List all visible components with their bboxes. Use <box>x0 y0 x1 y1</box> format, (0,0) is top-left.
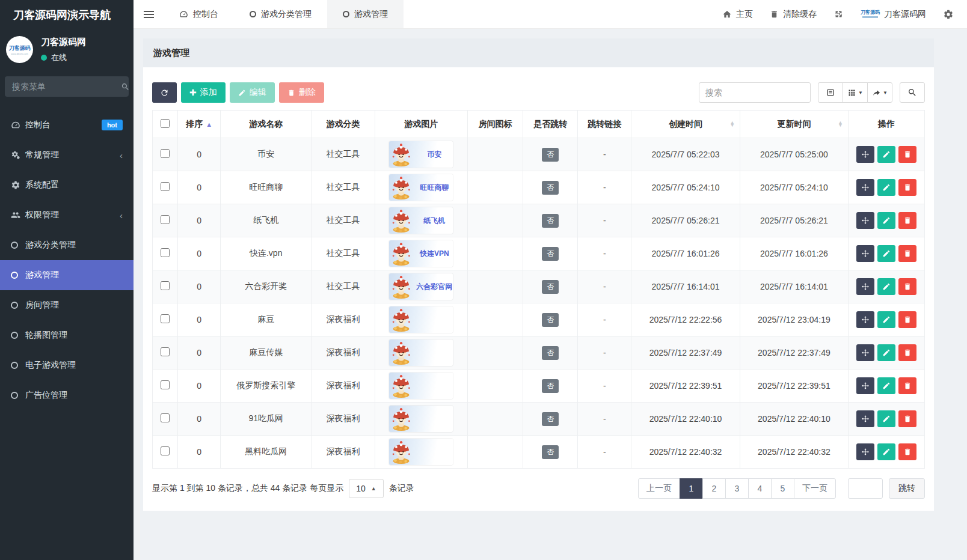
columns-button[interactable]: ▼ <box>843 82 868 103</box>
cell-category: 深夜福利 <box>312 336 375 370</box>
sidebar-item-轮播图管理[interactable]: 轮播图管理 <box>0 320 134 350</box>
tab-游戏管理[interactable]: 游戏管理 <box>327 0 404 28</box>
row-delete-button[interactable] <box>898 278 916 295</box>
page-jump-button[interactable]: 跳转 <box>889 478 925 499</box>
row-delete-button[interactable] <box>898 179 916 196</box>
search-icon <box>121 82 130 91</box>
row-edit-button[interactable] <box>877 146 895 163</box>
row-move-button[interactable] <box>856 212 874 229</box>
sidebar-item-控制台[interactable]: 控制台hot <box>0 110 134 140</box>
topbar-brand[interactable]: 刀客源码 刀客源码网 <box>861 9 926 20</box>
tab-游戏分类管理[interactable]: 游戏分类管理 <box>234 0 327 28</box>
row-edit-button[interactable] <box>877 311 895 328</box>
row-delete-button[interactable] <box>898 146 916 163</box>
sidebar-item-广告位管理[interactable]: 广告位管理 <box>0 380 134 410</box>
row-move-button[interactable] <box>856 410 874 427</box>
sidebar-item-权限管理[interactable]: 权限管理‹ <box>0 200 134 230</box>
column-header-sort[interactable]: 排序▲ <box>178 111 221 138</box>
column-header-created[interactable]: 创建时间▲▼ <box>631 111 740 138</box>
row-move-button[interactable] <box>856 311 874 328</box>
row-edit-button[interactable] <box>877 278 895 295</box>
sidebar-search-input[interactable] <box>12 82 121 91</box>
row-move-button[interactable] <box>856 146 874 163</box>
sidebar-item-label: 权限管理 <box>25 210 59 221</box>
clear-cache-link[interactable]: 清除缓存 <box>770 9 817 20</box>
row-delete-button[interactable] <box>898 410 916 427</box>
row-move-button[interactable] <box>856 245 874 262</box>
table-body: 0币安社交工具币安否-2025/7/7 05:22:032025/7/7 05:… <box>153 138 925 469</box>
page-button-2[interactable]: 2 <box>702 478 726 499</box>
sort-asc-icon: ▲ <box>206 121 212 128</box>
row-checkbox[interactable] <box>161 413 170 422</box>
table-row: 0快连.vpn社交工具快连VPN否-2025/7/7 16:01:262025/… <box>153 237 925 270</box>
row-move-button[interactable] <box>856 179 874 196</box>
search-button[interactable] <box>900 82 925 103</box>
row-checkbox[interactable] <box>161 347 170 356</box>
refresh-button[interactable] <box>152 82 177 103</box>
row-delete-button[interactable] <box>898 344 916 361</box>
row-delete-button[interactable] <box>898 245 916 262</box>
row-checkbox[interactable] <box>161 149 170 158</box>
page-button-3[interactable]: 3 <box>725 478 749 499</box>
add-button[interactable]: ✚添加 <box>181 82 226 103</box>
table-row: 0俄罗斯搜索引擎深夜福利否-2025/7/12 22:39:512025/7/1… <box>153 370 925 403</box>
row-checkbox[interactable] <box>161 314 170 323</box>
sidebar-item-电子游戏管理[interactable]: 电子游戏管理 <box>0 350 134 380</box>
row-checkbox[interactable] <box>161 182 170 191</box>
edit-button[interactable]: 编辑 <box>230 82 275 103</box>
row-checkbox[interactable] <box>161 248 170 257</box>
row-delete-button[interactable] <box>898 212 916 229</box>
games-table: 排序▲ 游戏名称 游戏分类 游戏图片 房间图标 是否跳转 跳转链接 创建时间▲▼… <box>152 110 925 469</box>
table-search-input[interactable] <box>699 82 811 103</box>
delete-button[interactable]: 删除 <box>279 82 324 103</box>
sidebar-item-label: 系统配置 <box>25 180 59 190</box>
row-checkbox[interactable] <box>161 380 170 389</box>
cell-jump-link: - <box>578 171 631 204</box>
row-checkbox[interactable] <box>161 215 170 224</box>
page-button-4[interactable]: 4 <box>748 478 772 499</box>
sidebar-item-游戏管理[interactable]: 游戏管理 <box>0 260 134 290</box>
page-size-dropdown[interactable]: 10 ▲ <box>349 479 384 498</box>
hamburger-menu-icon[interactable] <box>134 0 164 28</box>
row-edit-button[interactable] <box>877 179 895 196</box>
row-edit-button[interactable] <box>877 212 895 229</box>
row-move-button[interactable] <box>856 443 874 460</box>
row-move-button[interactable] <box>856 344 874 361</box>
row-delete-button[interactable] <box>898 443 916 460</box>
sidebar-item-房间管理[interactable]: 房间管理 <box>0 290 134 320</box>
fullscreen-button[interactable] <box>833 9 844 19</box>
cell-sort: 0 <box>178 171 221 204</box>
sidebar-item-label: 游戏管理 <box>25 270 59 281</box>
home-link[interactable]: 主页 <box>722 9 753 20</box>
sidebar-item-系统配置[interactable]: 系统配置 <box>0 170 134 200</box>
row-edit-button[interactable] <box>877 245 895 262</box>
row-edit-button[interactable] <box>877 410 895 427</box>
jump-status-badge: 否 <box>542 346 559 360</box>
page-jump-input[interactable] <box>848 478 883 499</box>
tab-控制台[interactable]: 控制台 <box>164 0 234 28</box>
sidebar-item-游戏分类管理[interactable]: 游戏分类管理 <box>0 230 134 260</box>
page-button-5[interactable]: 5 <box>771 478 794 499</box>
row-move-button[interactable] <box>856 377 874 394</box>
row-checkbox[interactable] <box>161 446 170 455</box>
row-delete-button[interactable] <box>898 311 916 328</box>
settings-button[interactable] <box>943 9 954 20</box>
row-checkbox[interactable] <box>161 281 170 290</box>
next-page-button[interactable]: 下一页 <box>794 478 836 499</box>
row-edit-button[interactable] <box>877 443 895 460</box>
cell-game-name: 91吃瓜网 <box>220 403 312 436</box>
cell-sort: 0 <box>178 370 221 403</box>
prev-page-button[interactable]: 上一页 <box>638 478 680 499</box>
row-edit-button[interactable] <box>877 344 895 361</box>
sidebar-item-常规管理[interactable]: 常规管理‹ <box>0 140 134 170</box>
detail-view-button[interactable] <box>818 82 843 103</box>
column-header-updated[interactable]: 更新时间▲▼ <box>740 111 849 138</box>
page-button-1[interactable]: 1 <box>680 478 703 499</box>
export-button[interactable]: ▼ <box>867 82 892 103</box>
tab-label: 控制台 <box>193 9 218 20</box>
row-edit-button[interactable] <box>877 377 895 394</box>
sidebar-item-label: 广告位管理 <box>25 390 67 401</box>
row-move-button[interactable] <box>856 278 874 295</box>
select-all-checkbox[interactable] <box>161 119 170 128</box>
row-delete-button[interactable] <box>898 377 916 394</box>
